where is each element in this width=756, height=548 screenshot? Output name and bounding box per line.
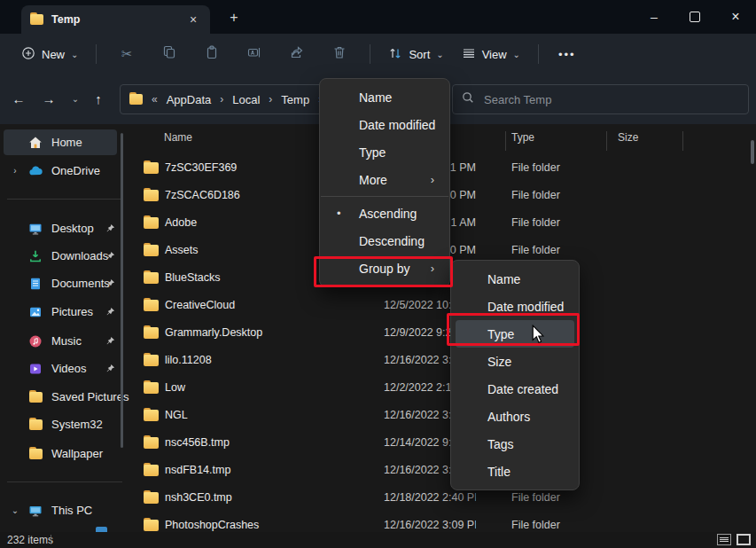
sidebar-item-wallpaper[interactable]: Wallpaper	[4, 441, 117, 466]
folder-icon	[144, 190, 159, 201]
file-explorer-window: Temp × + – × New ⌄ ✂	[0, 0, 756, 548]
search-input[interactable]	[482, 92, 739, 107]
paste-button[interactable]	[191, 40, 233, 68]
trash-icon	[332, 45, 347, 63]
collapse-chevron-icon[interactable]: ⌄	[4, 505, 27, 515]
icons-view-button[interactable]	[737, 534, 751, 545]
pin-icon	[105, 363, 115, 376]
folder-icon	[144, 300, 159, 311]
column-divider[interactable]	[682, 131, 683, 151]
main-scrollbar[interactable]	[751, 140, 754, 164]
file-row[interactable]: nsdFB14.tmp 12/16/2022 3:3	[133, 457, 753, 484]
sidebar-item-downloads[interactable]: Downloads	[4, 243, 117, 269]
folder-icon	[144, 465, 159, 476]
minimize-button[interactable]: –	[634, 0, 674, 34]
file-row[interactable]: Grammarly.Desktop 12/9/2022 9:20	[133, 319, 753, 347]
home-icon	[27, 136, 44, 150]
new-button[interactable]: New ⌄	[12, 41, 87, 68]
sort-menu-item-type[interactable]: Type	[324, 138, 445, 166]
sort-button[interactable]: Sort ⌄	[379, 41, 452, 68]
group-by-item-name[interactable]: Name	[456, 265, 574, 293]
group-by-item-authors[interactable]: Authors	[456, 403, 574, 430]
breadcrumb-local[interactable]: Local	[232, 93, 260, 106]
maximize-button[interactable]	[674, 0, 715, 34]
paste-icon	[205, 45, 219, 63]
search-box[interactable]	[452, 84, 749, 114]
file-row[interactable]: lilo.11208 12/16/2022 3:0	[133, 347, 753, 374]
see-more-button[interactable]: •••	[548, 48, 587, 61]
up-button[interactable]: ↑	[87, 87, 110, 110]
column-header-name[interactable]: Name	[164, 131, 192, 144]
breadcrumb-temp[interactable]: Temp	[281, 93, 309, 106]
folder-icon	[144, 217, 159, 229]
sort-menu-item-descending[interactable]: Descending	[324, 227, 445, 254]
tab-close-icon[interactable]: ×	[185, 12, 201, 27]
sort-menu-item-ascending[interactable]: • Ascending	[324, 200, 445, 227]
sidebar-divider	[7, 199, 122, 200]
file-row[interactable]: nsh3CE0.tmp 12/18/2022 2:40 PM File fold…	[133, 484, 753, 512]
type-highlight-box	[447, 313, 580, 346]
group-by-item-date-created[interactable]: Date created	[456, 375, 574, 403]
search-icon	[462, 91, 474, 107]
rename-button[interactable]	[233, 40, 276, 68]
sort-menu-item-date-modified[interactable]: Date modified	[324, 111, 445, 138]
group-by-highlight-box	[314, 256, 453, 287]
sort-menu-item-more[interactable]: More ›	[324, 166, 445, 193]
sidebar-item-desktop[interactable]: Desktop	[4, 215, 117, 241]
sidebar-item-documents[interactable]: Documents	[4, 270, 117, 296]
sort-menu-item-name[interactable]: Name	[324, 83, 445, 111]
column-divider[interactable]	[505, 131, 506, 151]
pin-icon	[105, 223, 115, 236]
breadcrumb-collapse-icon[interactable]: «	[150, 93, 160, 106]
copy-icon	[162, 45, 176, 63]
chevron-down-icon: ⌄	[71, 50, 78, 59]
back-button[interactable]: ←	[7, 87, 30, 110]
file-row[interactable]: CreativeCloud 12/5/2022 10:0	[133, 292, 753, 319]
titlebar: Temp × + – ×	[0, 0, 756, 34]
cut-button[interactable]: ✂	[105, 40, 148, 68]
view-button[interactable]: View ⌄	[453, 41, 529, 68]
cut-icon: ✂	[121, 46, 133, 62]
menu-divider	[321, 196, 448, 197]
forward-button[interactable]: →	[37, 87, 60, 110]
breadcrumb-chevron-icon: ›	[267, 93, 274, 106]
file-row[interactable]: Low 12/2/2022 2:18	[133, 374, 753, 402]
column-divider[interactable]	[606, 131, 607, 151]
documents-icon	[27, 277, 44, 291]
folder-icon	[144, 162, 159, 174]
column-header-size[interactable]: Size	[618, 131, 638, 144]
group-by-item-size[interactable]: Size	[456, 348, 574, 375]
sidebar-item-videos[interactable]: Videos	[4, 356, 117, 381]
tab-temp[interactable]: Temp ×	[21, 5, 210, 34]
copy-button[interactable]	[148, 40, 191, 68]
file-row[interactable]: NGL 12/16/2022 3:0	[133, 402, 753, 429]
group-by-item-title[interactable]: Title	[456, 458, 574, 485]
sidebar-scrollbar[interactable]	[121, 133, 123, 448]
pin-icon	[105, 335, 115, 348]
sidebar-item-system32[interactable]: System32	[4, 411, 117, 437]
close-button[interactable]: ×	[715, 0, 756, 34]
column-header-type[interactable]: Type	[511, 131, 534, 144]
sidebar-item-music[interactable]: Music	[4, 328, 117, 354]
folder-icon	[30, 14, 43, 25]
new-tab-button[interactable]: +	[223, 7, 245, 28]
share-icon	[290, 45, 304, 63]
toolbar-divider	[96, 44, 97, 64]
desktop-icon	[27, 222, 44, 236]
group-by-item-tags[interactable]: Tags	[456, 430, 574, 458]
sidebar-item-onedrive[interactable]: › OneDrive	[4, 158, 117, 184]
sidebar-item-home[interactable]: Home	[4, 129, 117, 155]
sidebar-item-this-pc[interactable]: ⌄ This PC	[4, 497, 117, 523]
share-button[interactable]	[276, 40, 318, 68]
sidebar-item-saved-pictures[interactable]: Saved Pictures	[4, 384, 117, 410]
toolbar-divider	[538, 44, 539, 64]
breadcrumb-appdata[interactable]: AppData	[167, 93, 212, 106]
recent-locations-button[interactable]: ⌄	[64, 87, 87, 110]
videos-icon	[27, 362, 44, 376]
toolbar-divider	[370, 44, 370, 64]
expand-chevron-icon[interactable]: ›	[4, 166, 27, 176]
sidebar-item-pictures[interactable]: Pictures	[4, 299, 117, 325]
delete-button[interactable]	[318, 40, 361, 68]
details-view-button[interactable]	[717, 534, 731, 545]
file-row[interactable]: nsc456B.tmp 12/14/2022 9:2	[133, 429, 753, 457]
